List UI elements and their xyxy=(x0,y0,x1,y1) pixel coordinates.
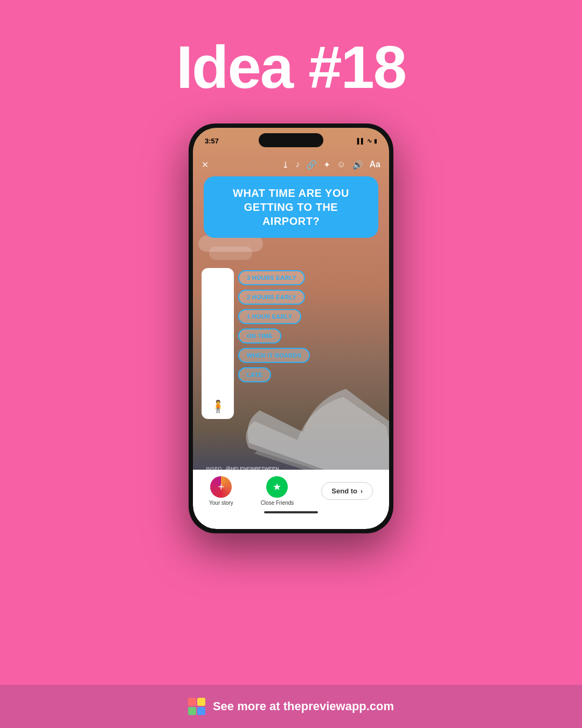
page-title: Idea #18 xyxy=(176,32,406,102)
poll-choice-text: 3 HOURS EARLY xyxy=(247,274,296,281)
poll-choice-item[interactable]: 3 HOURS EARLY xyxy=(238,270,305,285)
poll-choices: 3 HOURS EARLY2 HOURS EARLY1 HOUR EARLYON… xyxy=(238,268,380,419)
poll-area: 🧍 3 HOURS EARLY2 HOURS EARLY1 HOUR EARLY… xyxy=(202,268,380,419)
footer-text: See more at thepreviewapp.com xyxy=(213,699,394,713)
your-story-label: Your story xyxy=(209,500,233,506)
toolbar-right-icons: ⤓ ♪ 🔗 ✦ ☺ 🔊 Aa xyxy=(282,160,380,170)
text-icon[interactable]: Aa xyxy=(370,160,380,169)
close-friends-option[interactable]: ★ Close Friends xyxy=(261,476,294,506)
person-icon: 🧍 xyxy=(211,400,225,414)
send-to-label: Send to xyxy=(331,487,357,495)
logo-q1 xyxy=(188,698,196,706)
emoji-icon[interactable]: ☺ xyxy=(337,160,345,169)
phone-notch xyxy=(259,133,323,147)
question-bubble: WHAT TIME ARE YOU GETTING TO THE AIRPORT… xyxy=(204,176,378,238)
logo-q3 xyxy=(188,707,196,715)
audio-icon[interactable]: 🔊 xyxy=(352,160,363,170)
wifi-icon: ∿ xyxy=(367,138,372,145)
poll-choice-item[interactable]: WHEN IT BOARDS xyxy=(238,348,310,363)
your-story-icon: + xyxy=(210,476,232,498)
poll-choice-text: 1 HOUR EARLY xyxy=(247,313,293,320)
poll-choice-item[interactable]: LATE xyxy=(238,367,271,382)
status-icons: ▌▌ ∿ ▮ xyxy=(357,138,377,145)
story-toolbar: ✕ ⤓ ♪ 🔗 ✦ ☺ 🔊 Aa xyxy=(193,153,389,176)
poll-slider[interactable]: 🧍 xyxy=(202,268,234,419)
link-icon[interactable]: 🔗 xyxy=(306,160,317,170)
status-time: 3:57 xyxy=(205,137,219,145)
signal-icon: ▌▌ xyxy=(357,138,365,144)
phone-bottom-bar: + Your story ★ Close Friends Send to › xyxy=(193,470,389,529)
logo-q4 xyxy=(197,707,205,715)
poll-choice-text: LATE xyxy=(247,372,262,378)
phone-screen: 3:57 ▌▌ ∿ ▮ ✕ ⤓ ♪ 🔗 ✦ ☺ xyxy=(193,128,389,529)
send-to-button[interactable]: Send to › xyxy=(321,482,373,500)
music-icon[interactable]: ♪ xyxy=(295,160,300,169)
logo-q2 xyxy=(197,698,205,706)
preview-app-logo xyxy=(188,698,205,715)
download-icon[interactable]: ⤓ xyxy=(282,160,289,170)
cloud-decoration xyxy=(209,246,252,260)
close-friends-label: Close Friends xyxy=(261,500,294,506)
share-options: + Your story ★ Close Friends Send to › xyxy=(204,476,378,506)
footer: See more at thepreviewapp.com xyxy=(0,685,582,728)
home-indicator xyxy=(264,511,318,513)
poll-choice-item[interactable]: ON TIME xyxy=(238,328,281,344)
close-icon[interactable]: ✕ xyxy=(202,160,209,170)
effects-icon[interactable]: ✦ xyxy=(323,160,330,170)
poll-choice-text: WHEN IT BOARDS xyxy=(247,352,301,359)
your-story-option[interactable]: + Your story xyxy=(209,476,233,506)
phone-mockup: 3:57 ▌▌ ∿ ▮ ✕ ⤓ ♪ 🔗 ✦ ☺ xyxy=(189,123,393,533)
poll-choice-text: 2 HOURS EARLY xyxy=(247,294,296,300)
battery-icon: ▮ xyxy=(374,138,377,144)
phone-inner: 3:57 ▌▌ ∿ ▮ ✕ ⤓ ♪ 🔗 ✦ ☺ xyxy=(193,128,389,529)
poll-choice-item[interactable]: 1 HOUR EARLY xyxy=(238,309,301,324)
close-friends-icon: ★ xyxy=(266,476,288,498)
phone-frame: 3:57 ▌▌ ∿ ▮ ✕ ⤓ ♪ 🔗 ✦ ☺ xyxy=(189,123,393,533)
poll-choice-text: ON TIME xyxy=(247,333,273,339)
chevron-right-icon: › xyxy=(361,487,363,495)
poll-choice-item[interactable]: 2 HOURS EARLY xyxy=(238,290,305,305)
question-text: WHAT TIME ARE YOU GETTING TO THE AIRPORT… xyxy=(214,186,368,228)
